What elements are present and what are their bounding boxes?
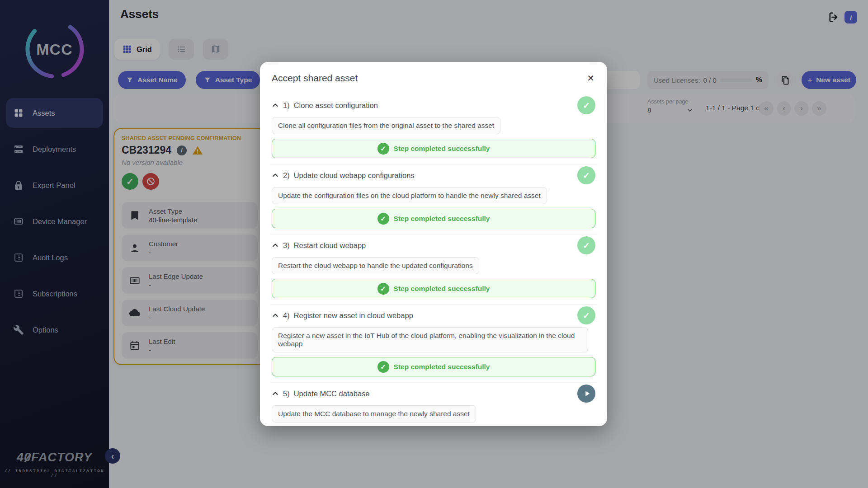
- step-completed-icon: ✓: [577, 96, 595, 114]
- chevron-up-icon[interactable]: [272, 242, 279, 249]
- modal-title: Accept shared asset: [272, 73, 358, 84]
- chevron-up-icon[interactable]: [272, 172, 279, 179]
- success-message: Step completed successfully: [394, 363, 490, 371]
- step-number: 2): [283, 171, 290, 180]
- divider: [270, 304, 597, 305]
- step-completed-icon: ✓: [577, 306, 595, 324]
- close-icon[interactable]: ✕: [586, 73, 595, 84]
- success-message: Step completed successfully: [394, 285, 490, 293]
- step-success-banner: ✓ Step completed successfully: [272, 357, 595, 376]
- chevron-up-icon[interactable]: [272, 390, 279, 397]
- step-title: Restart cloud webapp: [294, 241, 366, 250]
- check-circle-icon: ✓: [377, 143, 389, 155]
- check-circle-icon: ✓: [377, 361, 389, 373]
- step-number: 4): [283, 311, 290, 320]
- app-root: MCC Assets Deployments Expert Panel: [0, 0, 868, 488]
- step-section-1: 1) Clone asset configuration ✓ Clone all…: [272, 96, 595, 164]
- step-success-banner: ✓ Step completed successfully: [272, 209, 595, 228]
- step-number: 5): [283, 389, 290, 398]
- step-success-banner: ✓ Step completed successfully: [272, 139, 595, 158]
- step-description: Update the MCC database to manage the ne…: [272, 405, 476, 422]
- step-completed-icon: ✓: [577, 236, 595, 254]
- divider: [270, 382, 597, 383]
- divider: [270, 164, 597, 164]
- step-description: Update the configuration files on the cl…: [272, 187, 547, 204]
- steps-list: 1) Clone asset configuration ✓ Clone all…: [272, 96, 595, 426]
- step-description: Clone all configuration files from the o…: [272, 117, 500, 134]
- step-completed-icon: ✓: [577, 166, 595, 184]
- divider: [270, 234, 597, 235]
- play-icon: [583, 389, 591, 398]
- check-circle-icon: ✓: [377, 213, 389, 225]
- step-section-3: 3) Restart cloud webapp ✓ Restart the cl…: [272, 236, 595, 305]
- step-description: Register a new asset in the IoT Hub of t…: [272, 327, 588, 352]
- step-title: Clone asset configuration: [294, 101, 378, 110]
- step-description: Restart the cloud webapp to handle the u…: [272, 257, 479, 274]
- step-success-banner: ✓ Step completed successfully: [272, 279, 595, 298]
- check-circle-icon: ✓: [377, 283, 389, 295]
- step-title: Update MCC database: [294, 389, 370, 398]
- success-message: Step completed successfully: [394, 145, 490, 153]
- step-section-2: 2) Update cloud webapp configurations ✓ …: [272, 166, 595, 235]
- step-title: Update cloud webapp configurations: [294, 171, 415, 180]
- chevron-up-icon[interactable]: [272, 102, 279, 109]
- success-message: Step completed successfully: [394, 215, 490, 223]
- chevron-up-icon[interactable]: [272, 312, 279, 319]
- step-section-4: 4) Register new asset in cloud webapp ✓ …: [272, 306, 595, 383]
- step-number: 1): [283, 101, 290, 110]
- step-title: Register new asset in cloud webapp: [294, 311, 413, 320]
- step-section-5: 5) Update MCC database Update the MCC da…: [272, 385, 595, 426]
- step-number: 3): [283, 241, 290, 250]
- run-step-button[interactable]: [577, 385, 595, 403]
- accept-shared-asset-modal: Accept shared asset ✕ 1) Clone asset con…: [260, 62, 607, 426]
